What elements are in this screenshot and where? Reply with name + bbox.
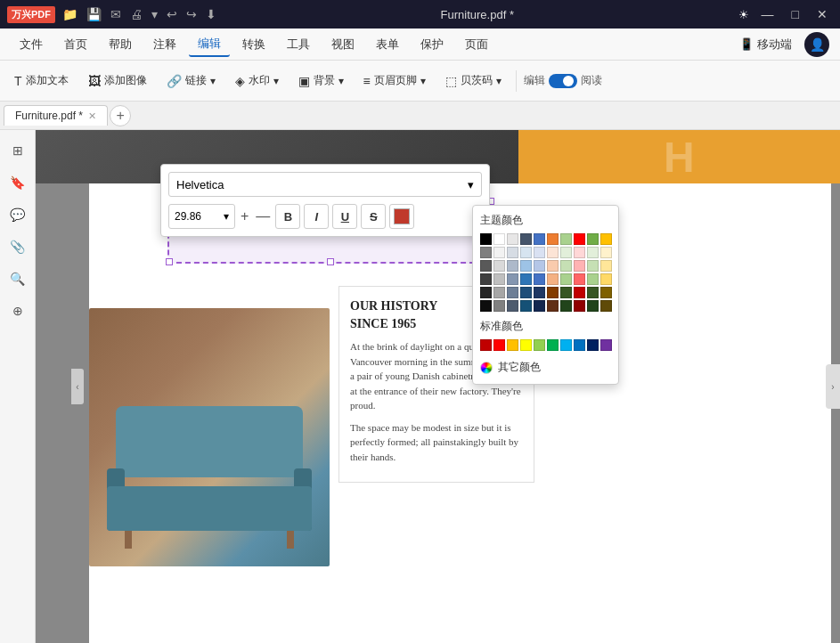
account-button[interactable]: 👤 [804,32,829,57]
standard-color-cell[interactable] [520,339,532,351]
theme-color-cell[interactable] [587,300,599,312]
theme-color-cell[interactable] [534,287,545,298]
menu-edit[interactable]: 编辑 [189,32,230,57]
left-expand-handle[interactable]: ‹ [71,369,84,404]
sidebar-comment-icon[interactable]: 💬 [4,201,31,228]
theme-color-cell[interactable] [560,233,572,245]
standard-color-cell[interactable] [587,339,599,351]
save-icon[interactable]: 💾 [86,7,102,21]
other-color-option[interactable]: 其它颜色 [480,358,611,377]
minimize-button[interactable]: — [756,5,779,23]
menu-form[interactable]: 表单 [367,33,408,56]
theme-color-cell[interactable] [507,287,518,298]
theme-color-cell[interactable] [520,247,532,258]
menu-convert[interactable]: 转换 [233,33,274,56]
theme-color-cell[interactable] [547,260,559,272]
email-icon[interactable]: ✉ [110,7,121,21]
tab-close-icon[interactable]: ✕ [88,110,96,122]
theme-color-cell[interactable] [534,300,545,312]
document-tab[interactable]: Furniture.pdf * ✕ [4,105,108,126]
theme-color-cell[interactable] [480,247,492,258]
underline-button[interactable]: U [332,204,357,229]
theme-color-cell[interactable] [547,247,559,258]
menu-protect[interactable]: 保护 [412,33,453,56]
theme-color-cell[interactable] [547,287,559,298]
theme-color-cell[interactable] [587,273,599,285]
theme-color-cell[interactable] [600,273,612,285]
menu-help[interactable]: 帮助 [100,33,141,56]
theme-color-cell[interactable] [534,247,545,258]
theme-color-cell[interactable] [507,233,518,245]
theme-color-cell[interactable] [574,287,585,298]
sidebar-attachment-icon[interactable]: 📎 [4,233,31,260]
font-size-select[interactable]: 29.86 ▾ [168,204,235,229]
theme-color-cell[interactable] [587,287,599,298]
standard-color-cell[interactable] [574,339,585,351]
font-size-decrease[interactable]: — [254,208,272,224]
standard-color-cell[interactable] [493,339,505,351]
sidebar-layers-icon[interactable]: ⊕ [4,297,31,324]
add-image-button[interactable]: 🖼 添加图像 [81,69,154,92]
open-icon[interactable]: 📁 [62,7,77,21]
standard-color-cell[interactable] [547,339,559,351]
sidebar-bookmark-icon[interactable]: 🔖 [4,169,31,196]
menu-page[interactable]: 页面 [456,33,497,56]
edit-toggle[interactable] [549,74,577,88]
italic-button[interactable]: I [304,204,329,229]
theme-color-cell[interactable] [574,300,585,312]
standard-color-cell[interactable] [507,339,518,351]
theme-color-cell[interactable] [480,287,492,298]
handle-bot-mid[interactable] [327,258,334,265]
theme-color-cell[interactable] [480,273,492,285]
theme-color-cell[interactable] [547,233,559,245]
menu-view[interactable]: 视图 [322,33,363,56]
theme-color-cell[interactable] [493,273,505,285]
theme-color-cell[interactable] [493,233,505,245]
theme-color-cell[interactable] [560,300,572,312]
theme-color-cell[interactable] [480,233,492,245]
theme-color-cell[interactable] [600,287,612,298]
theme-color-cell[interactable] [493,287,505,298]
theme-color-cell[interactable] [600,233,612,245]
theme-color-cell[interactable] [587,247,599,258]
theme-color-cell[interactable] [600,300,612,312]
theme-color-cell[interactable] [587,233,599,245]
theme-color-cell[interactable] [547,300,559,312]
theme-color-cell[interactable] [507,300,518,312]
print-icon[interactable]: 🖨 [130,7,143,21]
theme-color-cell[interactable] [560,273,572,285]
theme-color-cell[interactable] [574,233,585,245]
theme-color-cell[interactable] [560,287,572,298]
theme-color-cell[interactable] [480,300,492,312]
menu-file[interactable]: 文件 [11,33,52,56]
watermark-button[interactable]: ◈ 水印 ▾ [228,69,286,92]
more-icon[interactable]: ▾ [151,7,158,21]
standard-color-cell[interactable] [480,339,492,351]
theme-color-cell[interactable] [534,233,545,245]
theme-color-cell[interactable] [520,233,532,245]
theme-color-cell[interactable] [534,260,545,272]
strikethrough-button[interactable]: S [361,204,386,229]
theme-color-cell[interactable] [480,260,492,272]
sidebar-thumbnail-icon[interactable]: ⊞ [4,137,31,164]
undo-icon[interactable]: ↩ [167,7,177,21]
bold-button[interactable]: B [275,204,300,229]
redo-icon[interactable]: ↪ [186,7,197,21]
add-text-button[interactable]: T 添加文本 [7,69,76,92]
background-button[interactable]: ▣ 背景 ▾ [291,69,351,92]
theme-color-cell[interactable] [600,247,612,258]
theme-color-cell[interactable] [493,260,505,272]
link-button[interactable]: 🔗 链接 ▾ [159,69,223,92]
theme-color-cell[interactable] [507,273,518,285]
theme-color-cell[interactable] [493,300,505,312]
close-button[interactable]: ✕ [811,5,833,23]
maximize-button[interactable]: □ [787,5,804,23]
font-size-increase[interactable]: + [239,208,250,224]
theme-color-cell[interactable] [520,260,532,272]
menu-mobile[interactable]: 📱 移动端 [730,33,801,56]
header-footer-button[interactable]: ≡ 页眉页脚 ▾ [356,69,433,92]
theme-color-cell[interactable] [574,247,585,258]
theme-color-cell[interactable] [507,260,518,272]
standard-color-cell[interactable] [534,339,545,351]
font-select[interactable]: Helvetica ▾ [168,172,482,197]
